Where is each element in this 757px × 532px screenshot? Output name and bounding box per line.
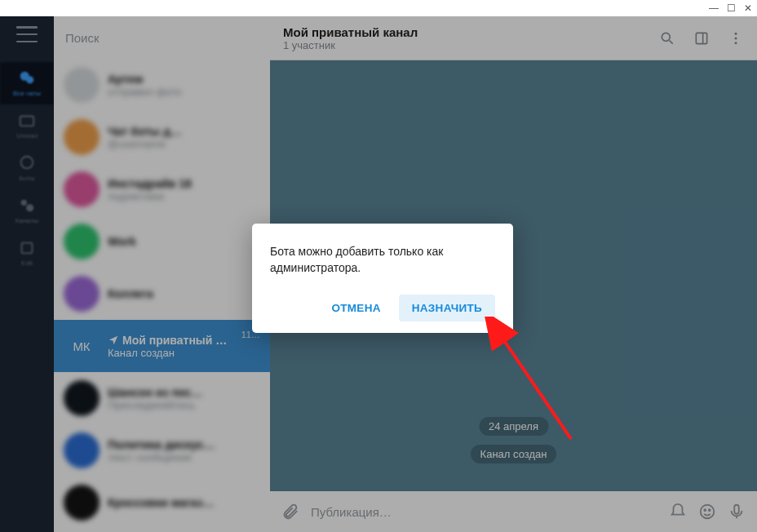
avatar: [64, 119, 100, 155]
svg-point-3: [21, 157, 33, 169]
edit-icon: [18, 239, 36, 257]
chat-title: Мой приватный канал: [283, 25, 659, 39]
chat-list-panel: Артемотправил фотоЧат боты д…@usernameИн…: [54, 16, 270, 532]
chat-name: Политика дискус…: [108, 438, 252, 451]
svg-point-4: [21, 200, 27, 206]
svg-rect-6: [22, 243, 33, 254]
chat-name: Коллега: [108, 287, 252, 300]
notification-icon[interactable]: [669, 503, 687, 521]
search-row: [54, 16, 270, 59]
sidepanel-icon[interactable]: [693, 30, 710, 47]
chat-name: Мой приватный …: [108, 334, 233, 347]
svg-rect-17: [734, 505, 739, 514]
cancel-button[interactable]: ОТМЕНА: [318, 295, 393, 321]
chat-item[interactable]: МКМой приватный …Канал создан11…: [54, 320, 270, 372]
chat-name: Артем: [108, 73, 252, 86]
window-titlebar: — ☐ ✕: [0, 0, 757, 16]
rail-item-4[interactable]: Edit: [0, 232, 54, 274]
chat-name: Шансон из пес…: [108, 386, 252, 399]
svg-point-14: [701, 505, 715, 519]
rail-label: Каналы: [15, 217, 38, 224]
search-input[interactable]: [65, 31, 259, 45]
rail-label: Все чаты: [13, 90, 41, 97]
svg-point-11: [735, 32, 737, 34]
folder-icon: [18, 112, 36, 130]
chat-item[interactable]: Артемотправил фото: [54, 59, 270, 111]
avatar: [64, 432, 100, 468]
chat-preview: текст сообщения: [108, 451, 252, 463]
chat-item[interactable]: Политика дискус…текст сообщения: [54, 424, 270, 477]
avatar: [64, 276, 100, 312]
svg-point-12: [735, 37, 737, 39]
chat-item[interactable]: Коллега: [54, 268, 270, 320]
rail-item-2[interactable]: Боты: [0, 147, 54, 189]
svg-point-13: [735, 42, 737, 44]
window-min-icon[interactable]: —: [709, 3, 719, 13]
svg-point-1: [26, 76, 33, 83]
avatar: [64, 224, 100, 259]
rail-label: Боты: [20, 175, 35, 182]
svg-line-8: [670, 40, 673, 43]
avatar: [64, 380, 100, 416]
chat-name: Work: [108, 235, 252, 248]
window-close-icon[interactable]: ✕: [744, 3, 752, 13]
more-icon[interactable]: [728, 30, 744, 47]
svg-point-15: [704, 509, 706, 511]
chat-name: Чат боты д…: [108, 125, 252, 138]
chat-item[interactable]: Work: [54, 215, 270, 268]
composer-input[interactable]: [311, 505, 657, 519]
avatar: [64, 67, 100, 103]
attach-icon[interactable]: [281, 503, 299, 521]
rail-label: Unread: [16, 132, 38, 140]
emoji-icon[interactable]: [698, 503, 716, 521]
chat-list[interactable]: Артемотправил фотоЧат боты д…@usernameИн…: [54, 59, 270, 532]
svg-point-5: [26, 204, 33, 211]
app-root: Все чаты Unread Боты Каналы Edit: [0, 16, 757, 532]
chat-name: Инстадрайв 18: [108, 177, 252, 190]
chat-preview: отправил фото: [108, 86, 252, 98]
mic-icon[interactable]: [728, 503, 746, 521]
svg-rect-9: [696, 33, 706, 43]
chat-name: Кроссовки магаз…: [108, 496, 252, 509]
search-icon[interactable]: [659, 30, 675, 47]
avatar: МК: [64, 328, 100, 364]
date-chip: 24 апреля: [479, 417, 548, 436]
chat-subtitle: 1 участник: [283, 39, 659, 51]
avatar: [64, 485, 100, 521]
rail-item-1[interactable]: Unread: [0, 104, 54, 147]
confirm-dialog: Бота можно добавить только как администр…: [252, 224, 513, 333]
svg-point-7: [662, 33, 670, 41]
nav-rail: Все чаты Unread Боты Каналы Edit: [0, 16, 54, 532]
chat-item[interactable]: Шансон из пес…Присоединяйтесь: [54, 372, 270, 424]
assign-button[interactable]: НАЗНАЧИТЬ: [399, 295, 495, 321]
chat-item[interactable]: Чат боты д…@username: [54, 111, 270, 163]
chat-preview: @username: [108, 138, 252, 150]
svg-point-16: [709, 509, 711, 511]
rail-item-3[interactable]: Каналы: [0, 189, 54, 232]
rail-label: Edit: [21, 259, 33, 267]
channel-icon: [18, 197, 36, 215]
chat-preview: Присоединяйтесь: [108, 399, 252, 411]
chat-item[interactable]: Инстадрайв 18подписчики: [54, 163, 270, 215]
rail-item-all-chats[interactable]: Все чаты: [0, 62, 54, 104]
chat-icon: [18, 154, 36, 172]
window-max-icon[interactable]: ☐: [727, 3, 736, 13]
chat-header[interactable]: Мой приватный канал 1 участник: [270, 16, 757, 60]
chat-preview: Канал создан: [108, 347, 233, 359]
svg-rect-2: [20, 117, 34, 126]
system-message: Канал создан: [471, 445, 557, 463]
chat-item[interactable]: Кроссовки магаз…: [54, 477, 270, 529]
composer: [270, 491, 757, 532]
dialog-text: Бота можно добавить только как администр…: [270, 243, 495, 277]
menu-button[interactable]: [16, 26, 38, 42]
avatar: [64, 171, 100, 207]
chats-icon: [18, 69, 36, 87]
chat-preview: подписчики: [108, 190, 252, 202]
